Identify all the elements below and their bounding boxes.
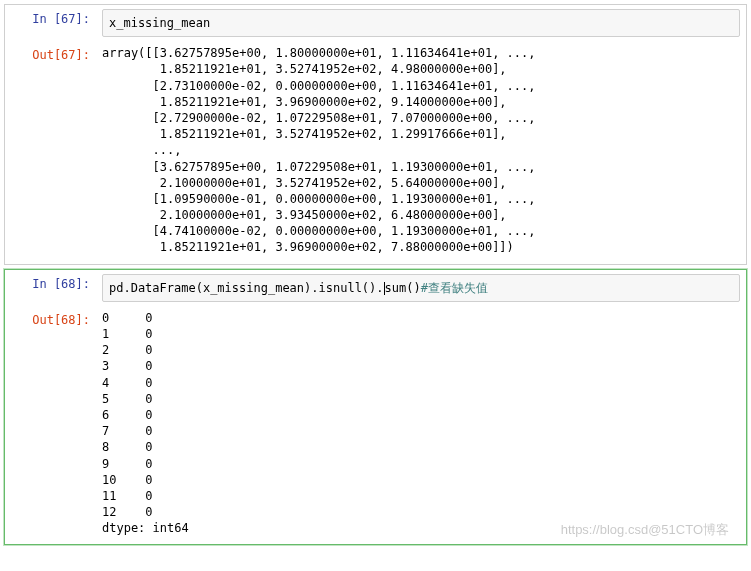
input-container: x_missing_mean (96, 5, 746, 41)
code-text-before: pd.DataFrame(x_missing_mean).isnull(). (109, 281, 384, 295)
code-input[interactable]: x_missing_mean (102, 9, 740, 37)
input-container: pd.DataFrame(x_missing_mean).isnull().su… (96, 270, 746, 306)
output-text: 0 0 1 0 2 0 3 0 4 0 5 0 6 0 7 0 8 0 9 0 … (96, 306, 746, 545)
notebook-cell-selected: In [68]: pd.DataFrame(x_missing_mean).is… (4, 269, 747, 546)
code-text: x_missing_mean (109, 16, 210, 30)
code-text-after: sum() (385, 281, 421, 295)
in-prompt: In [68]: (5, 270, 96, 306)
out-prompt: Out[68]: (5, 306, 96, 545)
in-prompt: In [67]: (5, 5, 96, 41)
output-text: array([[3.62757895e+00, 1.80000000e+01, … (96, 41, 746, 263)
code-input[interactable]: pd.DataFrame(x_missing_mean).isnull().su… (102, 274, 740, 302)
code-comment: #查看缺失值 (421, 281, 488, 295)
out-prompt: Out[67]: (5, 41, 96, 263)
notebook-cell: In [67]: x_missing_mean Out[67]: array([… (4, 4, 747, 265)
